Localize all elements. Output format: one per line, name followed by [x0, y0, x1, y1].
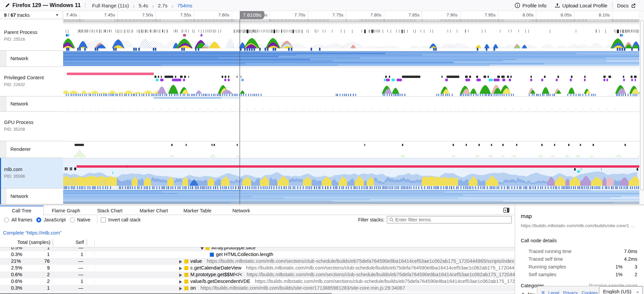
- track-name: Renderer: [10, 146, 31, 152]
- profile-info-label: Profile Info: [522, 3, 547, 8]
- call-tree-row[interactable]: 0.6%2—M.prototype.get$$M/</<https://buil…: [0, 271, 515, 278]
- bottom-panel: Call TreeFlame GraphStack ChartMarker Ch…: [0, 206, 644, 294]
- row-expander-icon[interactable]: [200, 247, 204, 250]
- call-tree-row[interactable]: 0.3%11get HTMLCollection.length: [0, 251, 515, 258]
- chevron-down-icon: ⌄: [635, 289, 640, 294]
- ruler-gridline: [155, 11, 156, 19]
- breadcrumb-item[interactable]: 754ms: [175, 3, 194, 8]
- sidebar-detail-row: Traced self time4.2ms: [528, 256, 637, 263]
- ruler-tick-label: 7.55s: [180, 11, 191, 19]
- radio-native-label[interactable]: Native: [77, 217, 91, 222]
- toggle-sidebar-button[interactable]: [503, 207, 509, 213]
- ruler-tick-label: 7.50s: [142, 11, 153, 19]
- scrollbar-thumb[interactable]: [640, 20, 644, 190]
- track-name: Network: [10, 56, 28, 61]
- radio-all-frames[interactable]: [4, 217, 9, 222]
- detail-label: Running samples: [528, 264, 566, 269]
- edit-profile-name-icon[interactable]: [5, 3, 10, 8]
- column-divider[interactable]: [52, 239, 52, 246]
- row-function-name: value/b.getDescendentVDEhttps://builds.m…: [190, 279, 515, 284]
- tab-stack-chart[interactable]: Stack Chart: [88, 206, 131, 215]
- call-tree-row[interactable]: 21%76—valuehttps://builds.mlbstatic.com/…: [0, 258, 515, 265]
- ruler-gridline: [612, 11, 612, 19]
- call-tree-row[interactable]: 0.6%21value/b.getDescendentVDEhttps://bu…: [0, 278, 515, 285]
- track-name: GPU Process: [4, 120, 34, 125]
- call-tree-row[interactable]: 0.5%1—Array.prototype.slice: [0, 247, 515, 251]
- tab-marker-chart[interactable]: Marker Chart: [131, 206, 176, 215]
- row-expander-icon[interactable]: [179, 274, 182, 277]
- invert-call-stack-checkbox[interactable]: [101, 217, 106, 222]
- banner-link-privacy[interactable]: Privacy: [563, 290, 578, 294]
- filter-stacks-input[interactable]: Enter filter terms: [387, 216, 512, 223]
- call-tree-root-link[interactable]: Complete “https://mlb.com”: [3, 230, 61, 236]
- timeline-ruler[interactable]: 7.40s7.45s7.50s7.55s7.60s7.65s7.70s7.75s…: [63, 11, 639, 19]
- radio-native[interactable]: [70, 217, 75, 222]
- ruler-tick-label: 7.75s: [332, 11, 343, 19]
- banner-link-cookies[interactable]: Cookies: [582, 290, 598, 294]
- track-graph-area[interactable]: [63, 19, 639, 204]
- profile-title[interactable]: Firefox 129 — Windows 11: [12, 2, 81, 8]
- radio-javascript-label[interactable]: JavaScript: [44, 217, 65, 222]
- timeline-vertical-scrollbar[interactable]: [639, 11, 644, 204]
- track-label-network[interactable]: Network: [0, 188, 63, 204]
- banner-close-button[interactable]: ✕: [541, 290, 545, 294]
- row-self-count: —: [0, 272, 83, 277]
- tab-call-tree[interactable]: Call Tree: [0, 206, 44, 215]
- docs-button[interactable]: Docs: [613, 0, 640, 11]
- detail-value: 7.0ms: [624, 249, 638, 254]
- column-header-self[interactable]: Self: [0, 240, 84, 245]
- language-select[interactable]: English (US) ⌄: [599, 286, 643, 294]
- row-self-count: —: [0, 285, 83, 291]
- tab-network[interactable]: Network: [219, 206, 264, 215]
- filter-placeholder: Enter filter terms: [395, 217, 431, 222]
- column-divider[interactable]: [86, 239, 86, 246]
- row-expander-icon[interactable]: [179, 267, 182, 270]
- breadcrumb-item[interactable]: 5.4s: [137, 3, 150, 8]
- track-label-renderer[interactable]: Renderer: [0, 141, 63, 158]
- ruler-tick-label: 7.70s: [294, 11, 306, 19]
- track-name: Network: [10, 101, 28, 107]
- column-divider: [94, 239, 95, 246]
- detail-label: Traced running time: [528, 249, 571, 254]
- tracks-visibility-dropdown[interactable]: 9 / 67 tracks ▼: [0, 11, 63, 19]
- call-tree-row[interactable]: 2.5%9—c.getCalendarDateViewhttps://build…: [0, 265, 515, 271]
- row-expander-icon[interactable]: [179, 280, 182, 284]
- track-label-gpu-process[interactable]: GPU ProcessPID: 35208: [0, 112, 63, 141]
- track-label-privileged-content[interactable]: Privileged ContentPID: 22632: [0, 67, 63, 96]
- track-label-parent-process[interactable]: Parent ProcessPID: 25516: [0, 22, 63, 51]
- ruler-tick-label: 7.80s: [370, 11, 381, 19]
- ruler-gridline: [346, 11, 346, 19]
- firefox-profiler-app: Firefox 129 — Windows 11 Full Range (11s…: [0, 0, 644, 294]
- call-tree-toolbar: All frames JavaScript Native Invert call…: [0, 215, 515, 224]
- row-expander-icon[interactable]: [179, 287, 182, 290]
- sidebar-function-name: map: [521, 213, 532, 220]
- track-label-mlb-com[interactable]: mlb.comPID: 35596: [0, 158, 63, 188]
- track-label-network[interactable]: Network: [0, 51, 63, 67]
- row-self-count: 1: [0, 252, 83, 257]
- row-function-name: Array.prototype.slice: [212, 247, 256, 250]
- upload-local-profile-button[interactable]: Upload Local Profile: [551, 0, 611, 11]
- sidebar-detail-row: Running samples1%3: [528, 264, 637, 271]
- radio-all-frames-label[interactable]: All frames: [11, 217, 32, 222]
- timeline-tick-strip[interactable]: [63, 19, 639, 22]
- sidebar-category-row[interactable]: Jav: [522, 292, 535, 294]
- row-function-name: onhttps://builds.mlbstatic.com/mlb.com/b…: [190, 285, 405, 291]
- detail-label: Traced self time: [528, 256, 563, 262]
- ruler-tick-label: 8.10s: [599, 11, 610, 19]
- banner-link-legal[interactable]: Legal: [548, 290, 559, 294]
- ruler-tick-label: 7.40s: [66, 11, 77, 19]
- breadcrumb-item[interactable]: 2.7s: [156, 3, 169, 8]
- breadcrumb-item[interactable]: Full Range (11s): [90, 3, 131, 8]
- call-tree-row[interactable]: 0.3%1—onhttps://builds.mlbstatic.com/mlb…: [0, 285, 515, 292]
- ruler-tick-label: 7.45s: [104, 11, 115, 19]
- row-category-icon: [184, 259, 188, 263]
- profile-info-button[interactable]: Profile Info: [511, 0, 551, 11]
- track-label-network[interactable]: Network: [0, 96, 63, 112]
- invert-call-stack-label[interactable]: Invert call stack: [108, 217, 140, 222]
- row-expander-icon[interactable]: [179, 260, 182, 263]
- tab-marker-table[interactable]: Marker Table: [176, 206, 219, 215]
- tab-flame-graph[interactable]: Flame Graph: [44, 206, 88, 215]
- breadcrumb-separator-icon: ›: [150, 1, 156, 9]
- radio-javascript[interactable]: [36, 217, 41, 222]
- call-tree-panel: Call TreeFlame GraphStack ChartMarker Ch…: [0, 206, 515, 294]
